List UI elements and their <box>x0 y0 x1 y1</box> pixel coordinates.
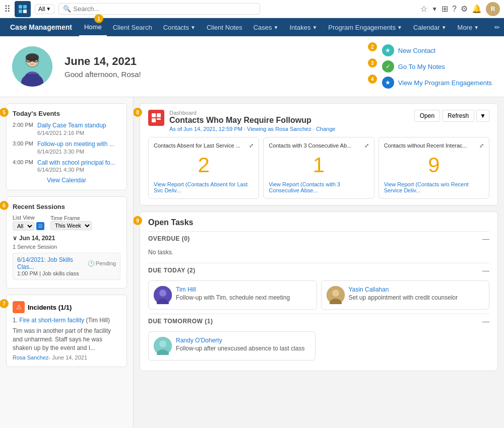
view-program-engagements-button[interactable]: 4 ★ View My Program Engagements <box>382 77 492 89</box>
clock-icon: 🕐 <box>88 260 95 267</box>
todays-events-title: Today's Events <box>13 110 120 117</box>
metric-link-2[interactable]: View Report (Contacts with 3 Consecutive… <box>269 181 368 193</box>
overdue-section-header[interactable]: OVERDUE (0) — <box>148 231 489 246</box>
help-icon[interactable]: ? <box>452 5 457 14</box>
nav-program-engagements[interactable]: Program Engagements ▼ <box>323 18 407 36</box>
annotation-1: 1 <box>94 14 103 23</box>
nav-edit-icon[interactable]: ✏ <box>494 24 500 31</box>
welcome-actions: 2 ★ New Contact 3 ✓ Go To My Notes 4 ★ V… <box>382 44 492 89</box>
session-title[interactable]: 6/14/2021: Job Skills Clas... <box>17 256 88 270</box>
time-frame-select[interactable]: This Week <box>50 221 92 230</box>
due-tomorrow-items: Randy O'Doherty Follow-up after unexcuse… <box>148 331 489 361</box>
go-to-notes-button[interactable]: 3 ✓ Go To My Notes <box>382 60 492 73</box>
dashboard-refresh-button[interactable]: Refresh <box>442 110 474 122</box>
svg-point-25 <box>332 290 339 297</box>
notification-icon[interactable]: 🔔 <box>472 4 482 14</box>
nav-cases[interactable]: Cases ▼ <box>248 18 284 36</box>
go-to-notes-label: Go To My Notes <box>398 63 445 70</box>
go-to-notes-icon: ✓ <box>382 60 394 73</box>
incident-author-link[interactable]: Rosa Sanchez <box>13 354 49 361</box>
metric-link-3[interactable]: View Report (Contacts w/o Recent Service… <box>384 181 484 193</box>
event-link[interactable]: Daily Case Team standup <box>37 121 106 130</box>
list-view-label: List View <box>13 215 44 221</box>
nav-calendar[interactable]: Calendar ▼ <box>408 18 452 36</box>
tim-name[interactable]: Tim Hill <box>176 286 290 293</box>
dashboard-meta-text: As of Jun 14, 2021, 12:59 PM · Viewing a… <box>169 126 316 132</box>
session-time: 1:00 PM | Job skills class <box>17 270 116 276</box>
star-icon[interactable]: ☆ <box>420 4 427 14</box>
annotation-7: 7 <box>0 299 9 308</box>
new-contact-icon: ★ <box>382 44 394 56</box>
nav-more[interactable]: More ▼ <box>453 18 484 36</box>
session-date-header[interactable]: ∨ Jun 14, 2021 <box>13 235 120 242</box>
incident-number: 1. <box>13 317 19 324</box>
metric-expand-icon-1[interactable]: ⤢ <box>249 142 254 149</box>
due-today-items: Tim Hill Follow-up with Tim, schedule ne… <box>148 280 489 310</box>
sessions-filter-select[interactable]: All <box>13 222 34 231</box>
main-content: June 14, 2021 Good afternoon, Rosa! 2 ★ … <box>0 36 504 428</box>
metric-expand-icon-2[interactable]: ⤢ <box>364 142 369 149</box>
svg-rect-0 <box>19 5 22 9</box>
sessions-toggle-icon[interactable]: ☑ <box>36 222 44 230</box>
annotation-2: 2 <box>368 42 377 51</box>
incidents-title: Incidents (1/1) <box>28 304 72 311</box>
svg-rect-2 <box>19 10 22 13</box>
nav-contacts[interactable]: Contacts ▼ <box>158 18 201 36</box>
due-tomorrow-section-header[interactable]: DUE TOMORROW (1) — <box>148 314 489 328</box>
dashboard-dropdown-button[interactable]: ▼ <box>476 110 489 122</box>
yasin-name[interactable]: Yasin Callahan <box>349 286 458 293</box>
nav-intakes[interactable]: Intakes ▼ <box>284 18 322 36</box>
incident-link[interactable]: Fire at short-term facility <box>19 317 84 324</box>
session-group: ∨ Jun 14, 2021 1 Service Session 6/14/20… <box>13 235 120 280</box>
metric-label-1: Contacts Absent for Last Service ... <box>154 142 240 149</box>
metric-label-2: Contacts with 3 Consecutive Ab... <box>269 142 351 149</box>
randy-avatar <box>154 337 172 355</box>
incident-description: Tim was in another part of the facility … <box>13 327 120 352</box>
metric-link-1[interactable]: View Report (Contacts Absent for Last Sv… <box>154 181 254 193</box>
event-item: 3:00 PM Follow-up on meeting with ... 6/… <box>13 140 120 155</box>
session-date: Jun 14, 2021 <box>19 235 55 242</box>
yasin-avatar <box>327 286 345 304</box>
new-contact-button[interactable]: 2 ★ New Contact <box>382 44 492 56</box>
metric-card-2: Contacts with 3 Consecutive Ab... ⤢ 1 Vi… <box>263 137 374 199</box>
event-link[interactable]: Follow-up on meeting with ... <box>37 140 114 149</box>
metric-expand-icon-3[interactable]: ⤢ <box>479 142 484 149</box>
due-today-section: DUE TODAY (2) — <box>148 263 489 310</box>
view-engagements-icon: ★ <box>382 77 394 89</box>
search-input[interactable] <box>73 5 256 13</box>
view-calendar-link[interactable]: View Calendar <box>13 177 120 184</box>
dashboard-title-area: Dashboard Contacts Who May Require Follo… <box>148 110 335 132</box>
dashboard-title: Contacts Who May Require Followup <box>169 116 335 125</box>
scope-selector[interactable]: All ▼ <box>35 4 54 14</box>
recent-sessions-widget: 6 Recent Sessions List View All ☑ Time F <box>6 196 127 289</box>
incident-author: Rosa Sanchez- June 14, 2021 <box>13 354 120 361</box>
due-today-collapse-icon: — <box>482 266 489 274</box>
randy-name[interactable]: Randy O'Doherty <box>176 337 304 344</box>
app-logo <box>15 1 31 17</box>
metric-card-3: Contacts without Recent Interac... ⤢ 9 V… <box>379 137 489 199</box>
event-time: 4:00 PM <box>13 159 33 173</box>
user-avatar[interactable]: R <box>486 2 500 16</box>
sidebar: 5 Today's Events 2:00 PM Daily Case Team… <box>0 97 134 428</box>
dashboard-title-text: Dashboard Contacts Who May Require Follo… <box>169 110 335 132</box>
welcome-date: June 14, 2021 <box>65 55 141 68</box>
search-box: 🔍 <box>58 3 260 15</box>
grid-icon[interactable]: ⠿ <box>4 4 11 15</box>
nav-client-notes[interactable]: Client Notes <box>202 18 247 36</box>
nav-client-search[interactable]: Client Search <box>108 18 157 36</box>
view-engagements-label: View My Program Engagements <box>398 79 492 87</box>
dashboard-card: 8 Dashboard Contacts Who May Require Fol… <box>140 103 498 205</box>
welcome-greeting: Good afternoon, Rosa! <box>65 70 141 79</box>
due-tomorrow-collapse-icon: — <box>482 317 489 325</box>
event-link[interactable]: Call with school principal fo... <box>37 159 115 167</box>
dropdown-icon[interactable]: ▼ <box>431 6 437 13</box>
grid-apps-icon[interactable]: ⊞ <box>442 4 448 14</box>
dashboard-change-link[interactable]: Change <box>316 126 336 132</box>
svg-rect-18 <box>157 113 161 117</box>
svg-rect-11 <box>30 63 34 65</box>
annotation-9: 9 <box>134 216 142 225</box>
setup-icon[interactable]: ⚙ <box>461 4 468 14</box>
due-today-section-header[interactable]: DUE TODAY (2) — <box>148 263 489 277</box>
dashboard-open-button[interactable]: Open <box>414 110 440 122</box>
open-tasks-card: 9 Open Tasks OVERDUE (0) — No tasks. DUE… <box>140 211 498 371</box>
